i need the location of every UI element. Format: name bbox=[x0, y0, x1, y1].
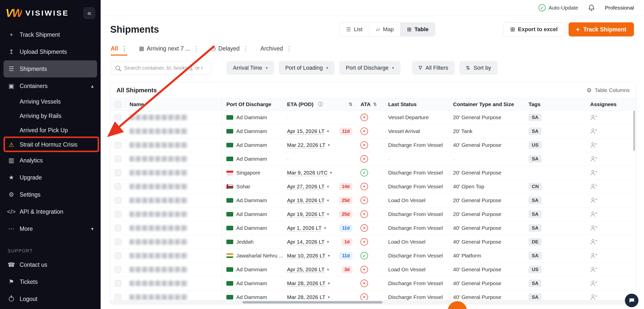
eta-date-link[interactable]: Apr 25, 2026 LT bbox=[287, 267, 325, 273]
sidebar-item-upgrade[interactable]: ★Upgrade bbox=[4, 169, 97, 186]
row-checkbox[interactable] bbox=[115, 225, 121, 231]
add-assignee-icon[interactable] bbox=[590, 225, 597, 231]
track-shipment-button[interactable]: + Track Shipment bbox=[569, 22, 634, 36]
sidebar-item-more[interactable]: ⋯More▾ bbox=[4, 220, 97, 237]
view-toggle-list[interactable]: ☰List bbox=[340, 23, 369, 36]
sidebar-item-containers[interactable]: ▣Containers▴ bbox=[4, 77, 97, 95]
table-row[interactable]: Jawaharlal Nehru ... Mar 10, 2026 LT▾11d… bbox=[110, 249, 636, 263]
table-row[interactable]: Jeddah Apr 14, 2026 LT▾1d × Load On Vess… bbox=[110, 235, 636, 249]
row-checkbox[interactable] bbox=[115, 156, 121, 162]
row-checkbox[interactable] bbox=[115, 211, 121, 217]
filter-port-of-loading[interactable]: Port of Loading▾ bbox=[279, 61, 335, 75]
eta-date-link[interactable]: Apr 15, 2026 LT bbox=[287, 128, 325, 135]
eta-date-link[interactable]: Apr 14, 2026 LT bbox=[287, 239, 325, 245]
kebab-menu-icon[interactable]: ⋮ bbox=[121, 45, 127, 52]
add-assignee-icon[interactable] bbox=[590, 128, 597, 135]
select-all-checkbox[interactable] bbox=[115, 101, 121, 108]
add-assignee-icon[interactable] bbox=[590, 266, 597, 273]
table-columns-button[interactable]: ⚙ Table Columns bbox=[586, 87, 630, 94]
sidebar-item-upload-shipments[interactable]: ↥Upload Shipments bbox=[4, 43, 97, 60]
sidebar-item-arrived-for-pick-up[interactable]: Arrived for Pick Up bbox=[4, 123, 97, 138]
row-checkbox[interactable] bbox=[115, 294, 121, 300]
filter-port-of-discharge[interactable]: Port of Discharge▾ bbox=[339, 61, 400, 75]
sort-icon[interactable]: ⇅ bbox=[349, 102, 352, 107]
add-assignee-icon[interactable] bbox=[590, 197, 597, 204]
eta-date-link[interactable]: Mar 9, 2026 UTC bbox=[287, 170, 328, 176]
column-header-name[interactable]: Name bbox=[126, 98, 222, 110]
sidebar-item-shipments[interactable]: ☰Shipments bbox=[4, 60, 97, 77]
add-assignee-icon[interactable] bbox=[590, 239, 597, 245]
column-header-tags[interactable]: Tags bbox=[526, 98, 587, 110]
plan-name[interactable]: Professional bbox=[605, 5, 634, 11]
sidebar-item-analytics[interactable]: ▥Analytics bbox=[4, 152, 97, 169]
vertical-scrollbar[interactable] bbox=[633, 111, 635, 151]
table-row[interactable]: Ad Dammam Mar 22, 2026 LT▾ × Discharge F… bbox=[110, 138, 636, 152]
eta-date-link[interactable]: Apr 19, 2026 LT bbox=[287, 197, 325, 204]
sidebar-collapse-button[interactable]: « bbox=[84, 7, 95, 19]
column-header-container-type[interactable]: Container Type and Size bbox=[450, 98, 526, 110]
sort-icon[interactable]: ⇅ bbox=[373, 102, 377, 107]
eta-date-link[interactable]: Apr 1, 2026 LT bbox=[287, 225, 321, 231]
table-row[interactable]: Singapore Mar 9, 2026 UTC▾ ✓ Discharge F… bbox=[110, 166, 636, 180]
sidebar-item-arriving-by-rails[interactable]: Arriving by Rails bbox=[4, 109, 97, 123]
eta-date-link[interactable]: Apr 19, 2026 LT bbox=[287, 211, 325, 217]
row-checkbox[interactable] bbox=[115, 197, 121, 204]
eta-date-link[interactable]: Mar 28, 2026 LT bbox=[287, 294, 326, 300]
tab-delayed[interactable]: ◷Delayed⋮ bbox=[211, 41, 249, 56]
add-assignee-icon[interactable] bbox=[590, 156, 597, 162]
row-checkbox[interactable] bbox=[115, 280, 121, 287]
sidebar-item-arriving-vessels[interactable]: Arriving Vessels bbox=[4, 95, 97, 109]
tab-archived[interactable]: Archived⋮ bbox=[260, 41, 292, 56]
eta-date-link[interactable]: Mar 10, 2026 LT bbox=[287, 253, 326, 259]
view-toggle-map[interactable]: ▱Map bbox=[369, 23, 400, 36]
sidebar-item-api-integration[interactable]: </>API & Integration bbox=[4, 203, 97, 220]
table-row[interactable]: Sohar Apr 27, 2026 LT▾14d × Discharge Fr… bbox=[110, 180, 636, 194]
add-assignee-icon[interactable] bbox=[590, 211, 597, 217]
tab-arriving-next-7[interactable]: ▦Arriving next 7 ...⋮ bbox=[139, 41, 199, 56]
column-header-eta-pod[interactable]: ETA (POD)ⓘ⇅ bbox=[284, 98, 357, 110]
add-assignee-icon[interactable] bbox=[590, 142, 597, 148]
table-row[interactable]: Ad Dammam Apr 25, 2026 LT▾3d × Load On V… bbox=[110, 263, 636, 277]
export-to-excel-button[interactable]: ⊞ Export to excel bbox=[503, 22, 565, 36]
kebab-menu-icon[interactable]: ⋮ bbox=[243, 45, 249, 52]
row-checkbox[interactable] bbox=[115, 142, 121, 148]
search-input[interactable] bbox=[124, 65, 207, 71]
sidebar-item-track-shipment[interactable]: +Track Shipment bbox=[4, 26, 97, 43]
eta-date-link[interactable]: Apr 27, 2026 LT bbox=[287, 184, 325, 190]
table-row[interactable]: Ad Dammam · × Vessel Departure 20' Gener… bbox=[110, 111, 636, 124]
add-assignee-icon[interactable] bbox=[590, 114, 597, 121]
eta-date-link[interactable]: Mar 22, 2026 LT bbox=[287, 142, 326, 148]
add-assignee-icon[interactable] bbox=[590, 169, 597, 176]
kebab-menu-icon[interactable]: ⋮ bbox=[193, 45, 199, 52]
sidebar-item-logout[interactable]: Logout bbox=[4, 290, 97, 307]
table-row[interactable]: Ad Dammam Apr 19, 2026 LT▾25d × Discharg… bbox=[110, 207, 636, 221]
view-toggle-table[interactable]: ⊞Table bbox=[400, 23, 435, 36]
column-header-port-of-discharge[interactable]: Port Of Discharge bbox=[222, 98, 284, 110]
eta-date-link[interactable]: Mar 28, 2026 LT bbox=[287, 280, 326, 287]
chat-widget-button[interactable] bbox=[625, 294, 638, 307]
add-assignee-icon[interactable] bbox=[590, 294, 597, 300]
horizontal-scrollbar-thumb[interactable] bbox=[243, 301, 382, 303]
sidebar-item-contact-us[interactable]: ☎Contact us bbox=[4, 256, 97, 273]
all-filters-button[interactable]: ∇ All Filters bbox=[412, 61, 455, 75]
column-header-assignees[interactable]: Assignees bbox=[587, 98, 636, 110]
kebab-menu-icon[interactable]: ⋮ bbox=[286, 45, 292, 52]
row-checkbox[interactable] bbox=[115, 266, 121, 273]
filter-arrival-time[interactable]: Arrival Time▾ bbox=[226, 61, 274, 75]
row-checkbox[interactable] bbox=[115, 252, 121, 259]
sidebar-item-strait-of-hormuz-crisis[interactable]: ⚠Strait of Hormuz Crisis bbox=[4, 138, 97, 152]
sidebar-item-settings[interactable]: ⚙Settings bbox=[4, 186, 97, 203]
column-header-ata[interactable]: ATA⇅ bbox=[357, 98, 385, 110]
tab-all[interactable]: All⋮ bbox=[111, 41, 127, 56]
add-assignee-icon[interactable] bbox=[590, 252, 597, 259]
add-assignee-icon[interactable] bbox=[590, 280, 597, 287]
notifications-bell-icon[interactable] bbox=[588, 4, 595, 12]
table-row[interactable]: Ad Dammam Mar 28, 2026 LT▾ × Discharge F… bbox=[110, 277, 636, 290]
column-header-last-status[interactable]: Last Status bbox=[385, 98, 450, 110]
sidebar-item-tickets[interactable]: ⚑Tickets bbox=[4, 273, 97, 290]
sort-by-button[interactable]: ⇅ Sort by bbox=[459, 61, 498, 75]
add-assignee-icon[interactable] bbox=[590, 183, 597, 190]
table-row[interactable]: Ad Dammam Apr 19, 2026 LT▾25d × Load On … bbox=[110, 194, 636, 207]
table-row[interactable]: Ad Dammam · × · · SA bbox=[110, 152, 636, 166]
row-checkbox[interactable] bbox=[115, 128, 121, 135]
